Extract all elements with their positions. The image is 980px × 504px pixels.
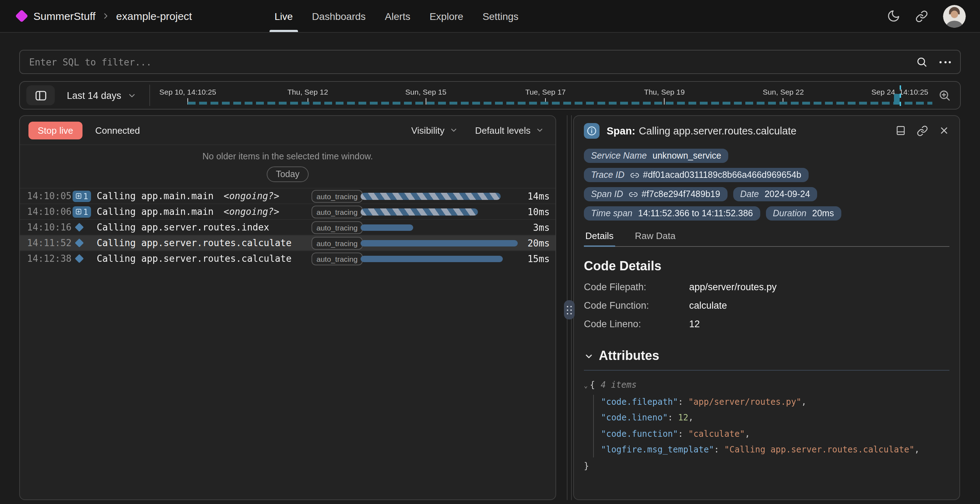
- json-entry: "code.function": "calculate",: [584, 426, 950, 442]
- log-row[interactable]: 14:10:06 1 Calling app.main.main <ongoin…: [20, 203, 555, 219]
- trace-id-badge[interactable]: Trace ID #df01acad0311189c8b66a466d96965…: [584, 168, 808, 182]
- row-message: Calling app.main.main: [97, 191, 214, 201]
- row-tag[interactable]: auto_tracing: [312, 221, 363, 234]
- today-button[interactable]: Today: [267, 166, 309, 182]
- empty-state: No older items in the selected time wind…: [20, 145, 555, 182]
- app-root: SummerStuff example-project Live Dashboa…: [0, 0, 980, 504]
- empty-message: No older items in the selected time wind…: [20, 152, 555, 161]
- breadcrumb-project[interactable]: example-project: [116, 10, 192, 22]
- expand-children-badge[interactable]: 1: [73, 206, 91, 217]
- row-timestamp: 14:11:52: [27, 238, 73, 248]
- attributes-heading[interactable]: Attributes: [584, 349, 950, 364]
- grip-dots-icon[interactable]: [564, 300, 574, 319]
- tab-explore[interactable]: Explore: [430, 0, 463, 32]
- row-tag[interactable]: auto_tracing: [312, 252, 363, 265]
- tab-live[interactable]: Live: [275, 0, 293, 32]
- brand-diamond-icon: [15, 10, 29, 23]
- row-tag[interactable]: auto_tracing: [312, 236, 363, 249]
- time-range-dropdown[interactable]: Last 14 days: [67, 90, 136, 100]
- service-name-badge: Service Name unknown_service: [584, 149, 728, 163]
- row-timestamp: 14:10:06: [27, 206, 73, 217]
- info-circle-icon: [584, 123, 600, 139]
- visibility-label: Visibility: [411, 125, 444, 136]
- duration-badge: Duration 20ms: [766, 206, 841, 220]
- timeline-tick-label: Thu, Sep 12: [287, 88, 328, 96]
- close-icon[interactable]: [939, 125, 950, 137]
- stop-live-button[interactable]: Stop live: [29, 121, 83, 139]
- span-diamond-icon: [75, 223, 84, 231]
- duration-bar: [361, 208, 478, 215]
- link-icon: [630, 171, 640, 180]
- expand-children-badge[interactable]: 1: [73, 190, 91, 202]
- ellipsis-icon[interactable]: [939, 61, 951, 63]
- span-id-badge[interactable]: Span ID #f7c8e294f7489b19: [584, 187, 727, 201]
- row-ongoing: <ongoing?>: [224, 191, 280, 201]
- json-entry: "code.filepath": "app/server/routes.py",: [584, 394, 950, 410]
- row-timestamp: 14:10:05: [27, 191, 73, 201]
- row-ongoing: <ongoing?>: [224, 206, 280, 217]
- code-details-heading: Code Details: [584, 259, 950, 274]
- json-entry: "logfire.msg_template": "Calling app.ser…: [584, 442, 950, 458]
- indent-guide: [593, 395, 594, 458]
- panel-resizer[interactable]: [556, 115, 573, 500]
- log-row-selected[interactable]: 14:11:52 Calling app.server.routes.calcu…: [20, 235, 555, 250]
- sql-filter-input[interactable]: [29, 57, 916, 67]
- span-meta-badges: Service Name unknown_service Trace ID #d…: [584, 149, 950, 220]
- brand-name[interactable]: SummerStuff: [33, 10, 95, 22]
- span-header: Span:Calling app.server.routes.calculate: [584, 116, 950, 146]
- span-title: Span:Calling app.server.routes.calculate: [607, 125, 797, 137]
- timeline-track[interactable]: Sep 10, 14:10:25 Thu, Sep 12 Sun, Sep 15…: [139, 82, 937, 109]
- nav-tabs: Live Dashboards Alerts Explore Settings: [275, 0, 519, 32]
- row-timestamp: 14:10:16: [27, 222, 73, 233]
- search-icon[interactable]: [916, 56, 928, 68]
- json-open-line[interactable]: ⌄{4 items: [584, 377, 950, 394]
- top-nav: SummerStuff example-project Live Dashboa…: [0, 0, 980, 33]
- log-row[interactable]: 14:12:38 Calling app.server.routes.calcu…: [20, 250, 555, 266]
- row-message: Calling app.server.routes.index: [97, 222, 269, 233]
- row-tag[interactable]: auto_tracing: [312, 205, 363, 218]
- row-duration: 14ms: [527, 191, 550, 201]
- default-levels-dropdown[interactable]: Default levels: [475, 125, 544, 136]
- avatar[interactable]: [943, 5, 966, 27]
- tab-settings[interactable]: Settings: [482, 0, 519, 32]
- row-timestamp: 14:12:38: [27, 253, 73, 264]
- span-diamond-icon: [75, 254, 84, 263]
- time-span-badge: Time span 14:11:52.366 to 14:11:52.386: [584, 206, 760, 220]
- timeline-activity-line: [188, 102, 933, 105]
- sql-filter-bar: [19, 50, 961, 74]
- log-row[interactable]: 14:10:16 Calling app.server.routes.index…: [20, 219, 555, 235]
- plus-square-icon: [75, 193, 82, 199]
- plus-square-icon: [75, 209, 82, 215]
- timeline-tick-label: Sun, Sep 22: [763, 88, 804, 96]
- moon-icon[interactable]: [887, 9, 900, 23]
- row-message: Calling app.main.main: [97, 206, 214, 217]
- breadcrumb-chevron-icon: [102, 12, 110, 20]
- log-row[interactable]: 14:10:05 1 Calling app.main.main <ongoin…: [20, 188, 555, 203]
- live-panel: Stop live Connected Visibility Default l…: [19, 115, 556, 500]
- attributes-json: ⌄{4 items "code.filepath": "app/server/r…: [584, 377, 950, 474]
- row-tag[interactable]: auto_tracing: [312, 190, 363, 203]
- default-levels-label: Default levels: [475, 125, 531, 136]
- magnifier-plus-icon[interactable]: [938, 89, 951, 102]
- json-close-line: }: [584, 458, 950, 474]
- visibility-dropdown[interactable]: Visibility: [411, 125, 458, 136]
- tab-details[interactable]: Details: [584, 230, 615, 246]
- chevron-down-icon: [127, 91, 136, 100]
- timeline-tick-label: Sun, Sep 15: [406, 88, 447, 96]
- chevron-down-icon: [536, 126, 544, 134]
- detail-tabs: Details Raw Data: [584, 230, 950, 247]
- panel-bottom-icon[interactable]: [896, 125, 906, 137]
- span-title-text: Calling app.server.routes.calculate: [639, 125, 797, 137]
- link-icon[interactable]: [917, 125, 928, 137]
- row-duration: 15ms: [527, 253, 550, 264]
- tab-raw-data[interactable]: Raw Data: [634, 230, 677, 246]
- link-icon: [629, 190, 638, 199]
- tab-dashboards[interactable]: Dashboards: [312, 0, 366, 32]
- timeline-cursor[interactable]: [900, 85, 901, 106]
- chevron-down-icon: [584, 351, 594, 361]
- code-detail-row: Code Lineno: 12: [584, 319, 950, 329]
- link-icon[interactable]: [915, 10, 928, 22]
- tab-alerts[interactable]: Alerts: [385, 0, 410, 32]
- panel-left-icon[interactable]: [26, 85, 55, 105]
- duration-bar: [361, 240, 518, 246]
